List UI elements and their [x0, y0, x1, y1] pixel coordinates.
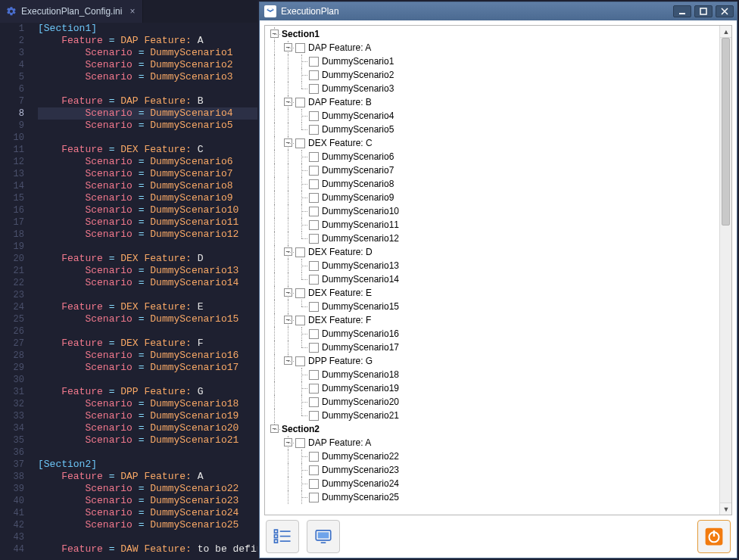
- checkbox[interactable]: [309, 152, 319, 162]
- tree-item[interactable]: DummyScenario8: [268, 177, 719, 191]
- code-line[interactable]: Scenario = DummyScenario8: [38, 180, 257, 192]
- checkbox[interactable]: [309, 193, 319, 203]
- checkbox[interactable]: [309, 220, 319, 230]
- checkbox[interactable]: [309, 452, 319, 462]
- tree-item[interactable]: DummyScenario13: [268, 259, 719, 272]
- close-button[interactable]: [716, 5, 734, 17]
- tree-item[interactable]: DummyScenario5: [268, 123, 719, 136]
- tree-item[interactable]: DummyScenario6: [268, 150, 719, 163]
- checkbox[interactable]: [309, 125, 319, 135]
- tree-item[interactable]: DummyScenario22: [268, 450, 719, 463]
- code-line[interactable]: [38, 446, 257, 459]
- tree-item[interactable]: DummyScenario14: [268, 272, 719, 286]
- code-line[interactable]: Scenario = DummyScenario24: [38, 507, 257, 519]
- code-line[interactable]: Scenario = DummyScenario23: [38, 495, 257, 507]
- checkbox[interactable]: [309, 275, 319, 285]
- code-line[interactable]: Scenario = DummyScenario7: [38, 168, 257, 180]
- expander-icon[interactable]: −: [284, 43, 292, 51]
- code-line[interactable]: Scenario = DummyScenario18: [38, 398, 257, 410]
- code-line[interactable]: Feature = DPP Feature: G: [38, 386, 257, 398]
- checkbox[interactable]: [309, 411, 319, 421]
- code-line[interactable]: Scenario = DummyScenario3: [38, 71, 257, 83]
- tree-item[interactable]: DummyScenario3: [268, 82, 719, 95]
- code-line[interactable]: Scenario = DummyScenario9: [38, 192, 257, 204]
- tree-item[interactable]: DummyScenario10: [268, 204, 719, 218]
- checkbox[interactable]: [309, 370, 319, 380]
- checkbox[interactable]: [309, 465, 319, 475]
- checkbox[interactable]: [309, 343, 319, 353]
- tree-item[interactable]: DummyScenario25: [268, 490, 719, 504]
- tree-item[interactable]: DummyScenario23: [268, 463, 719, 477]
- checkbox[interactable]: [309, 234, 319, 244]
- code-line[interactable]: Feature = DEX Feature: C: [38, 144, 257, 156]
- checkbox[interactable]: [309, 84, 319, 94]
- tree-item[interactable]: DummyScenario12: [268, 232, 719, 245]
- code-line[interactable]: Scenario = DummyScenario16: [38, 350, 257, 362]
- expander-icon[interactable]: −: [284, 138, 292, 147]
- checkbox[interactable]: [295, 316, 305, 325]
- tree-item[interactable]: DummyScenario24: [268, 477, 719, 490]
- checkbox[interactable]: [295, 43, 305, 53]
- tree-item[interactable]: DummyScenario21: [268, 409, 719, 422]
- code-line[interactable]: Scenario = DummyScenario5: [38, 120, 257, 132]
- checkbox[interactable]: [309, 397, 319, 407]
- close-icon[interactable]: ×: [129, 6, 135, 17]
- code-content[interactable]: [Section1] Feature = DAP Feature: A Scen…: [38, 23, 257, 560]
- tree-item[interactable]: DummyScenario7: [268, 163, 719, 177]
- tree-section[interactable]: −Section1: [268, 27, 719, 41]
- checkbox[interactable]: [309, 207, 319, 216]
- maximize-button[interactable]: [694, 5, 712, 17]
- checkbox[interactable]: [309, 70, 319, 80]
- scroll-up-icon[interactable]: ▲: [720, 26, 732, 38]
- code-line[interactable]: Scenario = DummyScenario13: [38, 265, 257, 277]
- tree-item[interactable]: DummyScenario4: [268, 109, 719, 123]
- code-line[interactable]: Scenario = DummyScenario2: [38, 59, 257, 71]
- code-line[interactable]: [Section1]: [38, 23, 257, 35]
- code-line[interactable]: Scenario = DummyScenario11: [38, 216, 257, 229]
- code-line[interactable]: Feature = DAP Feature: A: [38, 35, 257, 47]
- expander-icon[interactable]: −: [284, 316, 292, 324]
- scroll-thumb[interactable]: [722, 38, 730, 226]
- checkbox[interactable]: [309, 479, 319, 489]
- tree-item[interactable]: DummyScenario20: [268, 395, 719, 409]
- checkbox[interactable]: [309, 57, 319, 67]
- checkbox[interactable]: [295, 138, 305, 148]
- code-line[interactable]: Scenario = DummyScenario1: [38, 47, 257, 59]
- expander-icon[interactable]: −: [284, 247, 292, 256]
- checkbox[interactable]: [295, 288, 305, 298]
- code-line[interactable]: Feature = DEX Feature: F: [38, 338, 257, 350]
- code-line[interactable]: Scenario = DummyScenario12: [38, 229, 257, 241]
- code-line[interactable]: [38, 132, 257, 144]
- code-area[interactable]: 1234567891011121314151617181920212223242…: [0, 23, 257, 560]
- monitor-view-button[interactable]: [307, 520, 340, 553]
- code-line[interactable]: [38, 374, 257, 386]
- code-line[interactable]: Scenario = DummyScenario17: [38, 362, 257, 374]
- code-line[interactable]: [38, 289, 257, 301]
- power-button[interactable]: [697, 520, 731, 553]
- code-line[interactable]: Scenario = DummyScenario25: [38, 519, 257, 531]
- code-line[interactable]: Scenario = DummyScenario10: [38, 204, 257, 216]
- code-line[interactable]: Feature = DAP Feature: B: [38, 95, 257, 107]
- tree-item[interactable]: DummyScenario15: [268, 300, 719, 313]
- vertical-scrollbar[interactable]: ▲ ▼: [719, 26, 731, 515]
- scroll-down-icon[interactable]: ▼: [720, 502, 732, 515]
- tree-feature[interactable]: −DAP Feature: A: [268, 41, 719, 54]
- code-line[interactable]: Scenario = DummyScenario22: [38, 483, 257, 495]
- code-line[interactable]: [38, 325, 257, 338]
- expander-icon[interactable]: −: [284, 98, 292, 106]
- checkbox[interactable]: [295, 438, 305, 448]
- code-line[interactable]: Feature = DEX Feature: D: [38, 253, 257, 265]
- checkbox[interactable]: [309, 384, 319, 394]
- code-line[interactable]: [38, 241, 257, 253]
- tree-item[interactable]: DummyScenario1: [268, 54, 719, 68]
- code-line[interactable]: Feature = DAP Feature: A: [38, 471, 257, 483]
- tree-feature[interactable]: −DEX Feature: D: [268, 245, 719, 259]
- code-line[interactable]: [38, 83, 257, 95]
- code-line[interactable]: [Section2]: [38, 459, 257, 471]
- tree-section[interactable]: −Section2: [268, 422, 719, 436]
- checkbox[interactable]: [295, 356, 305, 366]
- tree-feature[interactable]: −DPP Feature: G: [268, 354, 719, 368]
- code-line[interactable]: Scenario = DummyScenario19: [38, 410, 257, 422]
- checkbox[interactable]: [309, 302, 319, 312]
- code-line[interactable]: Scenario = DummyScenario21: [38, 434, 257, 446]
